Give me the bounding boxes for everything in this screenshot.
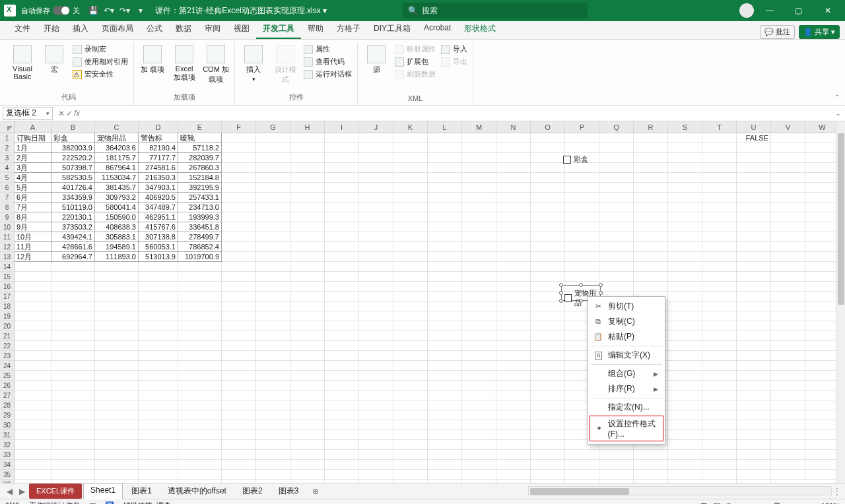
cell[interactable] <box>702 193 737 203</box>
cell[interactable] <box>805 153 840 163</box>
name-box[interactable]: 复选框 2▾ <box>3 107 53 120</box>
cell[interactable] <box>95 410 139 420</box>
cell[interactable] <box>222 301 256 311</box>
zoom-out-icon[interactable]: − <box>737 502 741 505</box>
cell[interactable] <box>51 351 95 361</box>
cell[interactable] <box>599 272 634 282</box>
cell[interactable] <box>668 173 702 183</box>
cell[interactable] <box>771 361 805 371</box>
cell[interactable] <box>222 311 256 321</box>
cell[interactable]: 1153034.7 <box>95 173 139 183</box>
qat-more-icon[interactable]: ▾ <box>133 3 149 18</box>
cell[interactable] <box>222 371 256 381</box>
tab-帮助[interactable]: 帮助 <box>301 20 330 39</box>
vertical-scrollbar[interactable] <box>836 121 845 483</box>
horizontal-scrollbar[interactable] <box>528 486 832 495</box>
cell[interactable] <box>222 430 256 440</box>
cell[interactable] <box>565 262 599 272</box>
cell[interactable] <box>393 391 428 400</box>
row-header[interactable]: 23 <box>0 351 15 361</box>
cell[interactable] <box>15 341 51 351</box>
cell[interactable] <box>256 450 290 460</box>
cell[interactable] <box>737 410 771 420</box>
cell[interactable] <box>668 133 702 143</box>
cell[interactable] <box>771 311 805 321</box>
cell[interactable] <box>702 183 737 193</box>
cell[interactable]: 1019700.9 <box>178 252 222 262</box>
status-workbook-stats[interactable]: 工作簿统计信息 <box>29 501 80 504</box>
cell[interactable] <box>325 410 359 420</box>
cell[interactable] <box>462 311 496 321</box>
cell[interactable] <box>256 203 290 212</box>
cell[interactable] <box>462 193 496 203</box>
cell[interactable] <box>393 440 428 450</box>
cell[interactable] <box>496 193 531 203</box>
cell[interactable]: 193999.3 <box>178 212 222 222</box>
cell[interactable] <box>428 262 462 272</box>
cell[interactable] <box>737 232 771 242</box>
cell[interactable] <box>634 282 668 292</box>
cell[interactable] <box>496 212 531 222</box>
cell[interactable] <box>428 183 462 193</box>
cell[interactable] <box>428 351 462 361</box>
cell[interactable] <box>428 143 462 153</box>
cell[interactable]: 5月 <box>15 183 51 193</box>
cell[interactable] <box>359 301 393 311</box>
cell[interactable] <box>668 440 702 450</box>
cell[interactable] <box>95 361 139 371</box>
cell[interactable] <box>668 371 702 381</box>
cell[interactable] <box>737 331 771 341</box>
cell[interactable] <box>702 351 737 361</box>
cell[interactable] <box>15 410 51 420</box>
row-header[interactable]: 25 <box>0 371 15 381</box>
properties-button[interactable]: 属性 <box>302 44 353 55</box>
cell[interactable]: 257433.1 <box>178 193 222 203</box>
cell[interactable] <box>428 292 462 301</box>
cell[interactable] <box>737 173 771 183</box>
cell[interactable] <box>222 232 256 242</box>
cell[interactable] <box>15 292 51 301</box>
cell[interactable] <box>702 460 737 470</box>
close-button[interactable]: ✕ <box>815 0 841 21</box>
cell[interactable] <box>359 203 393 212</box>
cell[interactable] <box>496 242 531 252</box>
xml-import-button[interactable]: 导入 <box>440 44 469 55</box>
cell[interactable] <box>428 460 462 470</box>
cell[interactable] <box>737 272 771 282</box>
cell[interactable] <box>256 351 290 361</box>
cell[interactable] <box>290 341 325 351</box>
cell[interactable] <box>702 301 737 311</box>
cell[interactable] <box>702 321 737 331</box>
cell[interactable] <box>359 311 393 321</box>
cell[interactable] <box>737 143 771 153</box>
cell[interactable]: 222520.2 <box>51 153 95 163</box>
cell[interactable] <box>290 400 325 410</box>
cell[interactable] <box>359 440 393 450</box>
col-header[interactable]: E <box>178 121 222 133</box>
cell[interactable] <box>325 361 359 371</box>
cell[interactable] <box>565 193 599 203</box>
cell[interactable] <box>496 460 531 470</box>
cell[interactable] <box>178 341 222 351</box>
cell[interactable] <box>668 331 702 341</box>
cell[interactable] <box>256 321 290 331</box>
cell[interactable] <box>531 153 565 163</box>
cell[interactable] <box>393 450 428 460</box>
cell[interactable] <box>599 222 634 232</box>
cell[interactable] <box>805 311 840 321</box>
cell[interactable] <box>393 183 428 193</box>
cell[interactable] <box>15 420 51 430</box>
cell[interactable]: 307138.8 <box>139 232 178 242</box>
cell[interactable] <box>290 203 325 212</box>
cell[interactable] <box>531 371 565 381</box>
cell[interactable] <box>462 163 496 173</box>
cell[interactable] <box>393 292 428 301</box>
cell[interactable] <box>668 430 702 440</box>
cell[interactable] <box>496 143 531 153</box>
cell[interactable] <box>359 321 393 331</box>
cell[interactable] <box>325 203 359 212</box>
cell[interactable] <box>771 440 805 450</box>
cell[interactable] <box>290 133 325 143</box>
fx-icon[interactable]: fx <box>74 109 80 118</box>
cell[interactable]: 150590.0 <box>95 212 139 222</box>
